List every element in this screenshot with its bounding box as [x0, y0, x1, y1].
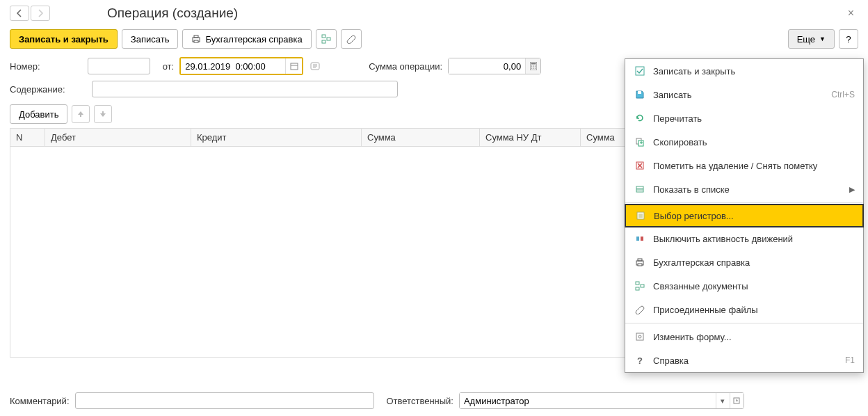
responsible-field[interactable]: ▾ — [459, 392, 744, 409]
list-icon — [634, 183, 646, 195]
nav-back-button[interactable] — [10, 6, 29, 21]
menu-select-registers[interactable]: Выбор регистров... — [625, 204, 864, 227]
menu-related-docs-label: Связанные документы — [653, 281, 855, 291]
accounting-ref-button[interactable]: Бухгалтерская справка — [182, 29, 311, 49]
comment-label: Комментарий: — [10, 396, 70, 406]
open-icon — [733, 397, 740, 404]
help-button[interactable]: ? — [839, 29, 858, 49]
number-input[interactable] — [88, 58, 150, 74]
menu-save-label: Записать — [653, 90, 824, 100]
svg-rect-6 — [291, 63, 298, 70]
from-label: от: — [163, 61, 175, 72]
amount-input[interactable] — [449, 58, 525, 74]
move-up-button[interactable] — [72, 105, 90, 123]
save-close-icon — [634, 65, 646, 77]
svg-rect-36 — [638, 259, 642, 261]
print-icon — [191, 34, 201, 44]
menu-help-shortcut: F1 — [845, 355, 855, 365]
menu-help[interactable]: ? Справка F1 — [625, 349, 863, 372]
responsible-open-button[interactable] — [730, 393, 744, 408]
arrow-left-icon — [15, 9, 24, 17]
calculator-icon — [530, 62, 537, 70]
add-label: Добавить — [19, 109, 58, 120]
related-icon — [634, 280, 646, 292]
chevron-right-icon: ▶ — [849, 185, 855, 194]
col-debit: Дебет — [45, 129, 191, 146]
svg-point-16 — [534, 65, 536, 67]
menu-save-close[interactable]: Записать и закрыть — [625, 59, 863, 83]
col-credit: Кредит — [191, 129, 362, 146]
menu-reread-label: Перечитать — [653, 113, 855, 124]
menu-disable-activity-label: Выключить активность движений — [653, 234, 855, 244]
help-label: ? — [846, 34, 851, 45]
arrow-down-icon — [99, 111, 106, 118]
save-close-button[interactable]: Записать и закрыть — [10, 29, 118, 49]
date-picker-button[interactable] — [285, 58, 302, 74]
chevron-down-icon: ▼ — [819, 35, 826, 42]
menu-related-docs[interactable]: Связанные документы — [625, 274, 863, 298]
activity-icon — [634, 232, 646, 245]
related-docs-button[interactable] — [316, 29, 337, 49]
menu-copy-label: Скопировать — [653, 137, 855, 147]
menu-edit-form[interactable]: Изменить форму... — [625, 325, 863, 349]
page-title: Операция (создание) — [107, 6, 238, 21]
svg-point-15 — [533, 65, 534, 67]
menu-accounting-ref[interactable]: Бухгалтерская справка — [625, 250, 863, 274]
menu-select-registers-label: Выбор регистров... — [654, 211, 854, 221]
svg-rect-37 — [638, 264, 642, 266]
menu-show-list-label: Показать в списке — [653, 184, 842, 195]
menu-attached-files-label: Присоединенные файлы — [653, 305, 855, 315]
arrow-right-icon — [36, 9, 45, 17]
amount-label: Сумма операции: — [369, 61, 442, 72]
svg-rect-33 — [636, 237, 639, 241]
nav-forward-button[interactable] — [31, 6, 50, 21]
menu-mark-delete[interactable]: Пометить на удаление / Снять пометку — [625, 154, 863, 177]
responsible-dropdown-button[interactable]: ▾ — [716, 393, 730, 408]
tree-icon — [321, 34, 331, 44]
responsible-label: Ответственный: — [387, 396, 453, 406]
print-menu-icon — [634, 256, 646, 269]
calculator-button[interactable] — [525, 58, 540, 74]
menu-help-label: Справка — [653, 355, 838, 366]
menu-accounting-ref-label: Бухгалтерская справка — [653, 257, 855, 268]
move-down-button[interactable] — [94, 105, 112, 123]
menu-copy[interactable]: Скопировать — [625, 130, 863, 154]
date-field[interactable] — [179, 57, 303, 75]
svg-rect-22 — [638, 91, 641, 94]
svg-rect-5 — [322, 40, 326, 43]
save-button[interactable]: Записать — [122, 29, 179, 49]
svg-rect-4 — [327, 38, 330, 40]
registers-icon — [634, 209, 647, 222]
menu-save-close-label: Записать и закрыть — [653, 66, 855, 77]
svg-point-18 — [533, 67, 534, 69]
svg-rect-39 — [641, 285, 644, 287]
menu-save[interactable]: Записать Ctrl+S — [625, 83, 863, 106]
more-button[interactable]: Еще ▼ — [788, 29, 835, 49]
svg-point-19 — [534, 67, 536, 69]
svg-point-17 — [531, 67, 532, 69]
edit-form-icon — [634, 330, 646, 343]
menu-reread[interactable]: Перечитать — [625, 106, 863, 130]
responsible-input[interactable] — [460, 393, 716, 408]
svg-rect-13 — [531, 63, 536, 65]
svg-rect-21 — [636, 67, 644, 75]
calendar-icon — [290, 62, 298, 70]
save-icon — [634, 88, 646, 101]
menu-disable-activity[interactable]: Выключить активность движений — [625, 227, 863, 250]
menu-attached-files[interactable]: Присоединенные файлы — [625, 298, 863, 321]
menu-edit-form-label: Изменить форму... — [653, 332, 855, 342]
content-input[interactable] — [92, 81, 398, 97]
close-button[interactable]: × — [844, 6, 858, 21]
menu-show-list[interactable]: Показать в списке ▶ — [625, 177, 863, 201]
help-icon: ? — [634, 354, 646, 367]
add-button[interactable]: Добавить — [10, 104, 67, 124]
attach-button[interactable] — [341, 29, 362, 49]
date-input[interactable] — [181, 58, 285, 74]
svg-rect-1 — [194, 35, 198, 38]
svg-rect-40 — [636, 287, 639, 290]
col-n: N — [10, 129, 45, 146]
amount-field[interactable] — [448, 58, 541, 74]
svg-rect-26 — [636, 186, 643, 192]
accounting-ref-label: Бухгалтерская справка — [205, 34, 302, 45]
comment-input[interactable] — [75, 392, 374, 409]
